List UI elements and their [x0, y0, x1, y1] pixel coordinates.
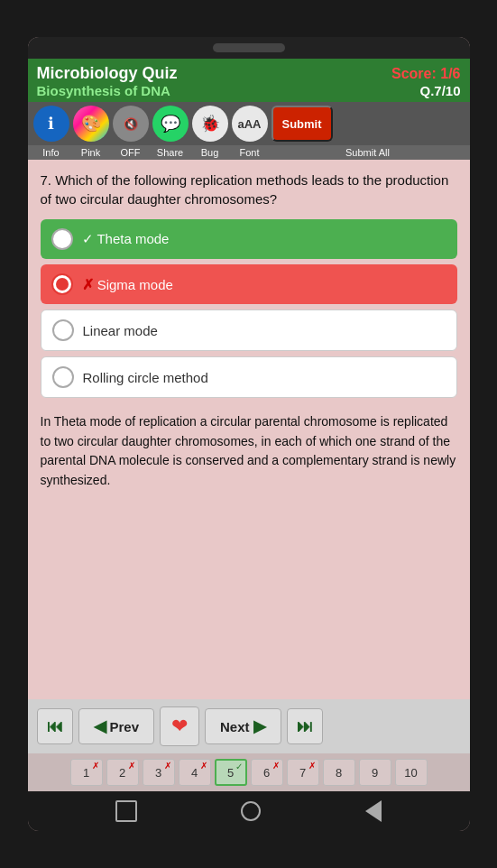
- share-button[interactable]: 💬: [152, 106, 189, 142]
- dot-3-mark: ✗: [164, 761, 171, 771]
- radio-dot: [56, 278, 69, 291]
- prev-label: Prev: [110, 719, 140, 734]
- dot-10-num: 10: [404, 766, 417, 780]
- question-text: 7. Which of the following replication me…: [28, 160, 470, 216]
- last-button[interactable]: ⏭: [287, 708, 323, 744]
- dot-2[interactable]: ✗ 2: [106, 759, 139, 786]
- info-icon: ℹ: [48, 114, 54, 134]
- share-label: Share: [152, 147, 189, 158]
- dot-3-num: 3: [155, 766, 161, 780]
- font-label: Font: [232, 147, 268, 158]
- dot-9-num: 9: [372, 766, 378, 780]
- pink-button[interactable]: 🎨: [73, 106, 109, 142]
- submit-button[interactable]: Submit: [272, 106, 333, 142]
- question-number: Q.7/10: [419, 83, 460, 98]
- dot-1[interactable]: ✗ 1: [70, 759, 103, 786]
- radio-theta: [51, 228, 73, 250]
- system-bar: [28, 791, 470, 831]
- dot-10[interactable]: 10: [395, 759, 428, 786]
- option-theta-text: ✓ Theta mode: [82, 231, 170, 247]
- last-icon: ⏭: [297, 717, 313, 736]
- dot-6[interactable]: ✗ 6: [251, 759, 283, 786]
- header: Microbiology Quiz Score: 1/6 Biosynthesi…: [28, 59, 470, 102]
- option-linear-text: Linear mode: [83, 323, 158, 338]
- off-button[interactable]: 🔇: [113, 106, 149, 142]
- dot-4-num: 4: [191, 766, 198, 780]
- dot-1-num: 1: [83, 766, 89, 780]
- dot-4-mark: ✗: [200, 761, 207, 771]
- subtitle: Biosynthesis of DNA: [37, 83, 170, 98]
- option-sigma[interactable]: ✗ Sigma mode: [41, 264, 457, 304]
- whatsapp-icon: 💬: [161, 114, 180, 134]
- status-pill: [213, 43, 285, 52]
- dot-5-num: 5: [227, 766, 234, 780]
- dot-1-mark: ✗: [92, 761, 99, 771]
- option-rolling-text: Rolling circle method: [83, 370, 208, 385]
- option-theta[interactable]: ✓ Theta mode: [41, 219, 457, 259]
- info-label: Info: [33, 147, 69, 158]
- radio-sigma: [51, 273, 73, 295]
- dot-2-mark: ✗: [128, 761, 135, 771]
- prev-button[interactable]: ◀ Prev: [78, 708, 155, 744]
- prev-arrow: ◀: [94, 716, 106, 736]
- next-arrow: ▶: [253, 716, 266, 736]
- dot-8[interactable]: 8: [323, 759, 355, 786]
- dot-5-mark: ✓: [235, 762, 243, 771]
- favorite-button[interactable]: ❤: [160, 706, 199, 746]
- bug-button[interactable]: 🐞: [192, 106, 228, 142]
- dot-3[interactable]: ✗ 3: [143, 759, 175, 786]
- status-bar: [28, 37, 470, 59]
- radio-linear: [52, 319, 74, 341]
- toolbar-labels: Info Pink OFF Share Bug Font Submit All: [28, 145, 470, 160]
- info-button[interactable]: ℹ: [33, 106, 69, 142]
- options-area: ✓ Theta mode ✗ Sigma mode Linear mode Ro…: [28, 216, 470, 402]
- off-label: OFF: [113, 147, 149, 158]
- back-button[interactable]: [365, 800, 382, 822]
- submit-all-label: Submit All: [272, 147, 465, 158]
- dot-6-mark: ✗: [272, 761, 280, 771]
- score-display: Score: 1/6: [391, 66, 460, 82]
- font-icon: aAA: [237, 117, 261, 131]
- bug-label: Bug: [192, 147, 228, 158]
- heart-icon: ❤: [171, 715, 188, 738]
- toolbar: ℹ 🎨 🔇 💬 🐞 aAA Submit: [28, 102, 470, 145]
- first-icon: ⏮: [47, 717, 63, 736]
- dot-4[interactable]: ✗ 4: [179, 759, 211, 786]
- option-sigma-text: ✗ Sigma mode: [82, 276, 173, 293]
- bug-icon: 🐞: [200, 114, 220, 134]
- question-dots: ✗ 1 ✗ 2 ✗ 3 ✗ 4 ✓ 5 ✗ 6: [28, 753, 470, 791]
- dot-6-num: 6: [263, 766, 270, 780]
- speaker-icon: 🔇: [124, 117, 138, 131]
- app-content: Microbiology Quiz Score: 1/6 Biosynthesi…: [28, 59, 470, 791]
- bottom-nav: ⏮ ◀ Prev ❤ Next ▶ ⏭: [28, 699, 470, 753]
- next-button[interactable]: Next ▶: [205, 708, 281, 744]
- dot-7[interactable]: ✗ 7: [287, 759, 319, 786]
- color-icon: 🎨: [81, 114, 101, 134]
- option-rolling[interactable]: Rolling circle method: [41, 356, 457, 398]
- app-title: Microbiology Quiz: [37, 64, 178, 83]
- phone-frame: Microbiology Quiz Score: 1/6 Biosynthesi…: [28, 37, 470, 831]
- radio-rolling: [52, 366, 74, 388]
- home-button[interactable]: [241, 801, 261, 821]
- font-button[interactable]: aAA: [232, 106, 268, 142]
- dot-2-num: 2: [119, 766, 125, 780]
- dot-9[interactable]: 9: [359, 759, 391, 786]
- next-label: Next: [220, 719, 250, 734]
- option-linear[interactable]: Linear mode: [41, 309, 457, 351]
- explanation-text: In Theta mode of replication a circular …: [28, 402, 470, 502]
- dot-7-mark: ✗: [308, 761, 316, 771]
- first-button[interactable]: ⏮: [37, 708, 73, 744]
- dot-8-num: 8: [336, 766, 342, 780]
- dot-5[interactable]: ✓ 5: [215, 759, 247, 786]
- pink-label: Pink: [73, 147, 109, 158]
- recent-apps-button[interactable]: [115, 800, 137, 822]
- dot-7-num: 7: [299, 766, 306, 780]
